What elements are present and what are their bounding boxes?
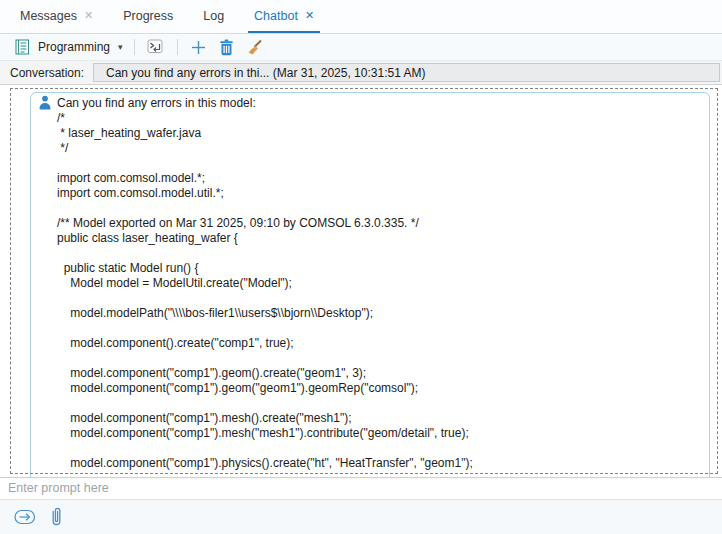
message-text: Can you find any errors in this model: /… (57, 96, 702, 471)
user-avatar-icon (38, 95, 52, 114)
conversation-select[interactable]: Can you find any errors in thi... (Mar 3… (93, 63, 720, 82)
close-icon[interactable]: ✕ (305, 9, 314, 22)
tab-log[interactable]: Log (197, 0, 230, 33)
mode-dropdown-button[interactable]: Programming ▾ (12, 37, 123, 57)
tab-label: Messages (20, 9, 77, 23)
prompt-input[interactable] (0, 478, 722, 498)
chatbot-toolbar: Programming ▾ (0, 34, 722, 61)
close-icon[interactable]: ✕ (84, 9, 93, 22)
tab-progress[interactable]: Progress (117, 0, 179, 33)
script-icon (12, 37, 32, 57)
tab-chatbot[interactable]: Chatbot ✕ (248, 0, 320, 33)
chatbot-panel: Messages ✕ Progress Log Chatbot ✕ (0, 0, 722, 534)
chat-transcript[interactable]: Can you find any errors in this model: /… (0, 86, 722, 477)
delete-conversation-button[interactable] (217, 37, 237, 57)
toolbar-separator (134, 39, 135, 55)
run-in-console-button[interactable] (146, 37, 166, 57)
prompt-actions (0, 499, 722, 534)
attach-paperclip-icon[interactable] (46, 507, 66, 527)
mode-label: Programming (38, 40, 110, 54)
add-conversation-button[interactable] (189, 37, 209, 57)
chevron-down-icon: ▾ (116, 42, 123, 52)
conversation-label: Conversation: (0, 66, 84, 80)
tab-messages[interactable]: Messages ✕ (14, 0, 99, 33)
tab-label: Chatbot (254, 9, 298, 23)
tab-label: Progress (123, 9, 173, 23)
tab-bar: Messages ✕ Progress Log Chatbot ✕ (0, 0, 722, 34)
toolbar-separator (177, 39, 178, 55)
send-icon[interactable] (13, 507, 37, 527)
broom-clear-button[interactable] (245, 37, 265, 57)
conversation-selected-value: Can you find any errors in thi... (Mar 3… (106, 66, 426, 80)
conversation-bar: Conversation: Can you find any errors in… (0, 61, 722, 85)
tab-label: Log (203, 9, 224, 23)
prompt-row (0, 477, 722, 498)
